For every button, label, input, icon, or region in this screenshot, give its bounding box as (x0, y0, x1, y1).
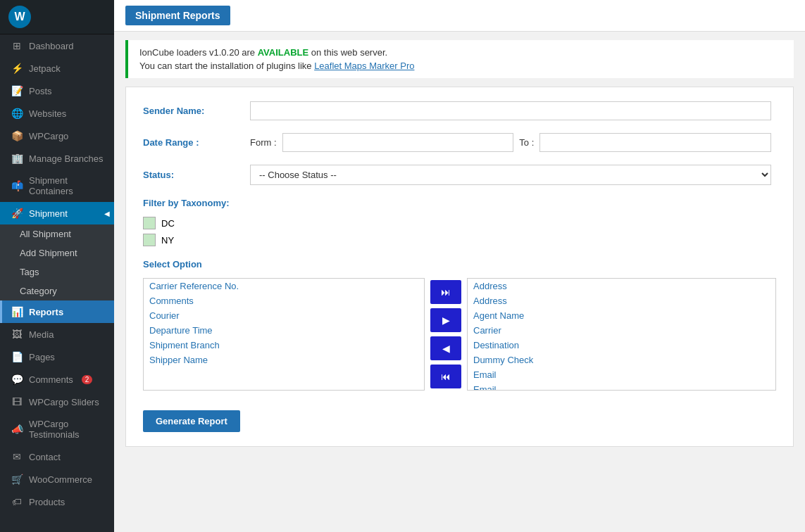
sidebar-item-wpcargo-testimonials[interactable]: 📣 WPCargo Testimonials (0, 413, 114, 445)
notice-available-text: AVAILABLE (258, 47, 308, 58)
left-list-item-5[interactable]: Shipper Name (144, 353, 424, 367)
sidebar-item-reports[interactable]: 📊 Reports (0, 300, 114, 323)
comments-badge: 2 (82, 375, 93, 384)
sidebar-logo: W (0, 0, 114, 34)
manage-branches-icon: 🏢 (11, 153, 23, 164)
websites-icon: 🌐 (11, 108, 23, 119)
sender-name-input[interactable] (250, 101, 771, 120)
transfer-buttons: ⏭ ▶ ◀ ⏮ (430, 278, 461, 391)
sidebar-item-posts[interactable]: 📝 Posts (0, 80, 114, 102)
sidebar-item-shipment-containers[interactable]: 📫 Shipment Containers (0, 170, 114, 202)
right-list-item-5[interactable]: Dummy Check (468, 353, 775, 367)
category-label: Category (20, 286, 57, 296)
notice-text-line2: You can start the installation of plugin… (139, 61, 782, 71)
left-listbox[interactable]: Carrier Reference No. Comments Courier D… (143, 278, 425, 391)
notice-text-before: IonCube loaders v1.0.20 are (139, 47, 258, 58)
woocommerce-icon: 🛒 (11, 474, 23, 485)
select-option-title: Select Option (143, 259, 776, 270)
sidebar-item-label: WPCargo Testimonials (29, 419, 106, 440)
sidebar-item-label: Reports (29, 307, 63, 317)
jetpack-icon: ⚡ (11, 63, 23, 74)
left-list-item-4[interactable]: Shipment Branch (144, 338, 424, 353)
sidebar-item-label: Posts (29, 86, 52, 96)
right-list-item-2[interactable]: Agent Name (468, 308, 775, 323)
page-title-button[interactable]: Shipment Reports (125, 6, 230, 25)
sidebar-item-label: Contact (29, 452, 61, 462)
notice-text-line1: IonCube loaders v1.0.20 are AVAILABLE on… (139, 47, 782, 58)
notice-link[interactable]: Leaflet Maps Marker Pro (314, 61, 414, 71)
products-icon: 🏷 (11, 496, 23, 507)
all-shipment-label: All Shipment (20, 229, 71, 239)
sidebar-item-woocommerce[interactable]: 🛒 WooCommerce (0, 468, 114, 490)
generate-report-button[interactable]: Generate Report (143, 410, 240, 432)
sidebar-item-products[interactable]: 🏷 Products (0, 490, 114, 513)
move-all-right-button[interactable]: ⏭ (430, 280, 461, 304)
taxonomy-checkbox-dc[interactable] (143, 217, 156, 229)
shipment-submenu: All Shipment Add Shipment Tags Category (0, 224, 114, 300)
left-list-item-1[interactable]: Comments (144, 293, 424, 308)
move-right-button[interactable]: ▶ (430, 308, 461, 332)
notice-text-after: on this web server. (308, 47, 387, 58)
sidebar-item-label: WooCommerce (29, 474, 92, 485)
sidebar-item-tags[interactable]: Tags (0, 262, 114, 281)
sidebar-item-pages[interactable]: 📄 Pages (0, 346, 114, 368)
sidebar-item-shipment[interactable]: 🚀 Shipment ◀ (0, 202, 114, 224)
right-list-item-3[interactable]: Carrier (468, 323, 775, 338)
wpcargo-icon: 📦 (11, 130, 23, 141)
form-panel: Sender Name: Date Range : Form : To : St… (125, 87, 794, 447)
taxonomy-item-ny: NY (143, 234, 776, 246)
wpcargo-testimonials-icon: 📣 (11, 424, 23, 435)
generate-report-section: Generate Report (143, 403, 776, 432)
wpcargo-sliders-icon: 🎞 (11, 396, 23, 407)
sidebar-item-label: Shipment (29, 208, 68, 219)
tags-label: Tags (20, 267, 39, 277)
status-select[interactable]: -- Choose Status -- Pending Processing S… (250, 165, 771, 185)
dashboard-icon: ⊞ (11, 40, 23, 51)
sidebar-item-media[interactable]: 🖼 Media (0, 323, 114, 346)
comments-icon: 💬 (11, 374, 23, 385)
page-header: Shipment Reports (114, 0, 805, 32)
move-left-button[interactable]: ◀ (430, 336, 461, 360)
main-content: Shipment Reports IonCube loaders v1.0.20… (114, 0, 805, 532)
right-list-item-4[interactable]: Destination (468, 338, 775, 353)
right-list-item-1[interactable]: Address (468, 293, 775, 308)
shipment-arrow-icon: ◀ (104, 210, 110, 217)
sidebar-item-websites[interactable]: 🌐 Websites (0, 102, 114, 125)
right-listbox[interactable]: Address Address Agent Name Carrier Desti… (467, 278, 776, 391)
status-row: Status: -- Choose Status -- Pending Proc… (143, 165, 776, 185)
pages-icon: 📄 (11, 351, 23, 362)
taxonomy-section-title: Filter by Taxonomy: (143, 198, 776, 208)
taxonomy-section: Filter by Taxonomy: DC NY (143, 198, 776, 246)
sidebar-item-label: Dashboard (29, 41, 74, 51)
sidebar-item-contact[interactable]: ✉ Contact (0, 445, 114, 468)
left-list-item-2[interactable]: Courier (144, 308, 424, 323)
date-from-input[interactable] (282, 133, 514, 152)
taxonomy-checkbox-ny[interactable] (143, 234, 156, 246)
sidebar-item-comments[interactable]: 💬 Comments 2 (0, 368, 114, 391)
date-range-inputs: Form : To : (250, 133, 771, 152)
sidebar-item-jetpack[interactable]: ⚡ Jetpack (0, 57, 114, 80)
sender-name-label: Sender Name: (143, 106, 242, 116)
sidebar-item-dashboard[interactable]: ⊞ Dashboard (0, 34, 114, 57)
sidebar-item-category[interactable]: Category (0, 281, 114, 300)
date-to-input[interactable] (539, 133, 771, 152)
status-label: Status: (143, 170, 242, 180)
move-all-left-button[interactable]: ⏮ (430, 365, 461, 388)
sidebar-item-label: Manage Branches (29, 153, 104, 164)
right-list-item-7[interactable]: Email (468, 382, 775, 391)
sidebar-item-all-shipment[interactable]: All Shipment (0, 224, 114, 243)
date-range-row: Date Range : Form : To : (143, 133, 776, 152)
select-option-section: Select Option Carrier Reference No. Comm… (143, 259, 776, 391)
sidebar-item-add-shipment[interactable]: Add Shipment (0, 243, 114, 262)
sidebar-item-wpcargo-sliders[interactable]: 🎞 WPCargo Sliders (0, 391, 114, 413)
sidebar-item-label: Products (29, 497, 65, 507)
sidebar-item-wpcargo[interactable]: 📦 WPCargo (0, 125, 114, 147)
left-list-item-0[interactable]: Carrier Reference No. (144, 279, 424, 293)
sidebar-item-manage-branches[interactable]: 🏢 Manage Branches (0, 147, 114, 170)
left-list-item-3[interactable]: Departure Time (144, 323, 424, 338)
notice-bar: IonCube loaders v1.0.20 are AVAILABLE on… (125, 40, 794, 78)
sidebar-item-label: Pages (29, 352, 55, 362)
sidebar-item-label: Shipment Containers (29, 175, 106, 196)
right-list-item-0[interactable]: Address (468, 279, 775, 293)
right-list-item-6[interactable]: Email (468, 367, 775, 382)
